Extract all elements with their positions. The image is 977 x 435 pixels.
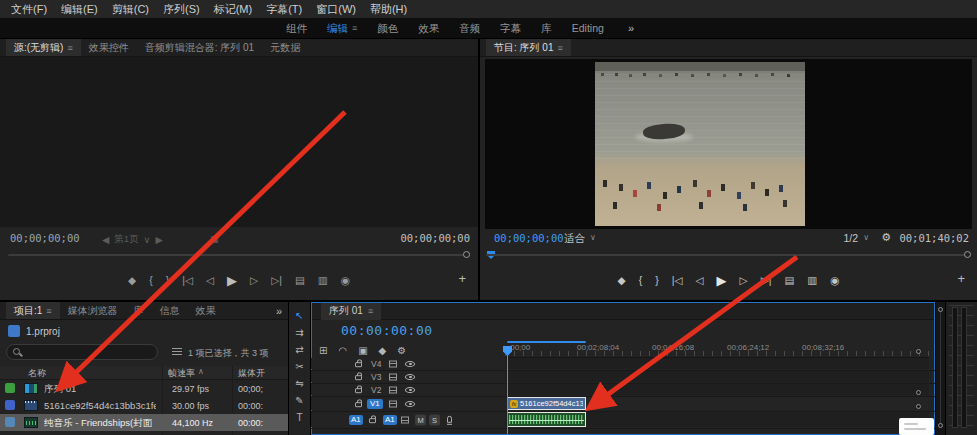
extract-button[interactable]: ▥	[807, 274, 817, 286]
audio-clip[interactable]	[507, 412, 586, 427]
tab-effect-controls[interactable]: 效果控件	[81, 39, 137, 57]
scrollbar-knob-bottom[interactable]	[938, 423, 943, 428]
pager-next-icon[interactable]: ▶	[156, 234, 163, 245]
scrollbar-knob-top[interactable]	[938, 307, 943, 312]
add-marker-button[interactable]: ◆	[128, 274, 136, 286]
scrub-track[interactable]	[8, 254, 470, 256]
panel-menu-icon[interactable]: ≡	[67, 39, 72, 57]
sync-lock-icon[interactable]	[389, 360, 397, 367]
eye-icon[interactable]	[405, 374, 415, 380]
panel-overflow-icon[interactable]: »	[276, 302, 282, 320]
timeline-current-timecode[interactable]: 00:00:00:00	[341, 323, 433, 338]
source-scrub-bar[interactable]	[8, 251, 470, 260]
type-tool-icon[interactable]: T	[289, 410, 310, 425]
track-v2-lane[interactable]	[505, 384, 929, 395]
scrub-handle[interactable]	[463, 251, 470, 258]
lock-icon[interactable]	[369, 418, 376, 423]
step-forward-button[interactable]: ▷	[740, 274, 748, 286]
workspace-tab-audio[interactable]: 音频	[449, 18, 490, 38]
menu-sequence[interactable]: 序列(S)	[156, 0, 207, 18]
playback-resolution-dropdown[interactable]: 1/2 ∨	[844, 232, 869, 244]
sync-lock-icon[interactable]	[389, 373, 397, 380]
eye-icon[interactable]	[405, 387, 415, 393]
workspace-tab-effects[interactable]: 效果	[408, 18, 449, 38]
export-frame-button[interactable]: ◉	[341, 274, 350, 286]
mark-in-button[interactable]: {	[639, 274, 643, 286]
eye-icon[interactable]	[405, 361, 415, 367]
tab-sequence-01[interactable]: 序列 01 ≡	[321, 302, 381, 320]
track-select-tool-icon[interactable]: ⇉	[289, 325, 310, 340]
ripple-edit-tool-icon[interactable]: ⇄	[289, 342, 310, 357]
tab-program[interactable]: 节目: 序列 01 ≡	[486, 39, 571, 57]
add-marker-icon[interactable]: ◆	[379, 345, 387, 356]
mark-out-button[interactable]: }	[166, 274, 170, 286]
program-current-timecode[interactable]: 00;00;00;00	[494, 232, 564, 244]
settings-wrench-icon[interactable]: ⚙	[881, 231, 891, 244]
workspace-tab-editing-cn[interactable]: 编辑 ≡	[317, 18, 367, 38]
eye-icon[interactable]	[405, 401, 415, 407]
project-file-row[interactable]: 1.prproj	[8, 325, 60, 337]
tab-info[interactable]: 信息	[152, 302, 188, 320]
project-search-box[interactable]	[6, 344, 158, 360]
menu-edit[interactable]: 编辑(E)	[54, 0, 105, 18]
scrub-track[interactable]	[486, 254, 971, 256]
razor-tool-icon[interactable]: ✂	[289, 359, 310, 374]
timeline-vertical-scrollbar[interactable]	[936, 302, 945, 435]
sync-lock-icon[interactable]	[389, 400, 397, 407]
workspace-menu-icon[interactable]: ≡	[352, 18, 357, 38]
overwrite-button[interactable]: ▥	[318, 274, 328, 286]
mark-out-button[interactable]: }	[655, 274, 659, 286]
track-a1-lane[interactable]	[505, 412, 929, 427]
track-v4-lane[interactable]	[505, 358, 929, 369]
button-editor-add-icon[interactable]: +	[957, 271, 965, 286]
panel-menu-icon[interactable]: ≡	[46, 302, 51, 320]
step-forward-button[interactable]: ▷	[250, 274, 258, 286]
workspace-tab-color[interactable]: 颜色	[367, 18, 408, 38]
menu-title[interactable]: 字幕(T)	[259, 0, 309, 18]
track-target-badge[interactable]: V4	[371, 359, 381, 369]
render-zoom-bar[interactable]	[507, 341, 586, 343]
track-target-badge-active[interactable]: V1	[367, 399, 383, 409]
timeline-settings-wrench-icon[interactable]: ⚙	[397, 345, 406, 356]
mic-icon[interactable]	[447, 415, 452, 422]
ruler-scroll-knob[interactable]	[916, 349, 921, 354]
insert-button[interactable]: ▤	[295, 274, 305, 286]
search-input[interactable]	[25, 346, 153, 358]
fit-dropdown[interactable]: 适合 ∨	[564, 232, 596, 246]
track-v3-lane[interactable]	[505, 371, 929, 382]
menu-window[interactable]: 窗口(W)	[309, 0, 363, 18]
lift-button[interactable]: ▤	[784, 274, 794, 286]
step-back-button[interactable]: ◁	[695, 274, 703, 286]
lock-icon[interactable]	[355, 388, 362, 393]
tab-project[interactable]: 项目:1 ≡	[6, 302, 60, 320]
workspace-tab-editing-en[interactable]: Editing	[562, 18, 614, 38]
list-view-icon[interactable]	[172, 348, 182, 357]
column-name[interactable]: 名称	[28, 367, 46, 380]
track-target-badge-active[interactable]: A1	[383, 415, 397, 425]
track-target-badge[interactable]: V2	[371, 385, 381, 395]
linked-selection-icon[interactable]: ▣	[358, 345, 367, 356]
tab-source[interactable]: 源:(无剪辑) ≡	[6, 39, 81, 57]
lock-icon[interactable]	[355, 362, 362, 367]
lock-icon[interactable]	[355, 375, 362, 380]
workspace-tab-titles[interactable]: 字幕	[490, 18, 531, 38]
menu-clip[interactable]: 剪辑(C)	[105, 0, 156, 18]
menu-marker[interactable]: 标记(M)	[207, 0, 260, 18]
pen-tool-icon[interactable]: ✎	[289, 393, 310, 408]
tab-libraries[interactable]: 库	[126, 302, 152, 320]
panel-menu-icon[interactable]: ≡	[557, 39, 562, 57]
snap-magnet-icon[interactable]: ◠	[338, 345, 347, 356]
go-to-in-button[interactable]: |◁	[182, 274, 193, 286]
sync-lock-icon[interactable]	[401, 416, 409, 423]
tab-metadata[interactable]: 元数据	[262, 39, 308, 57]
menu-help[interactable]: 帮助(H)	[363, 0, 414, 18]
step-back-button[interactable]: ◁	[206, 274, 214, 286]
slip-tool-icon[interactable]: ⇋	[289, 376, 310, 391]
pager-prev-icon[interactable]: ◀	[102, 234, 109, 245]
go-to-out-button[interactable]: ▷|	[271, 274, 282, 286]
track-target-badge[interactable]: V3	[371, 372, 381, 382]
go-to-in-button[interactable]: |◁	[672, 274, 683, 286]
play-button[interactable]: ▶	[227, 273, 237, 288]
track-resize-knob[interactable]	[916, 404, 921, 409]
panel-menu-icon[interactable]: ≡	[368, 302, 373, 320]
